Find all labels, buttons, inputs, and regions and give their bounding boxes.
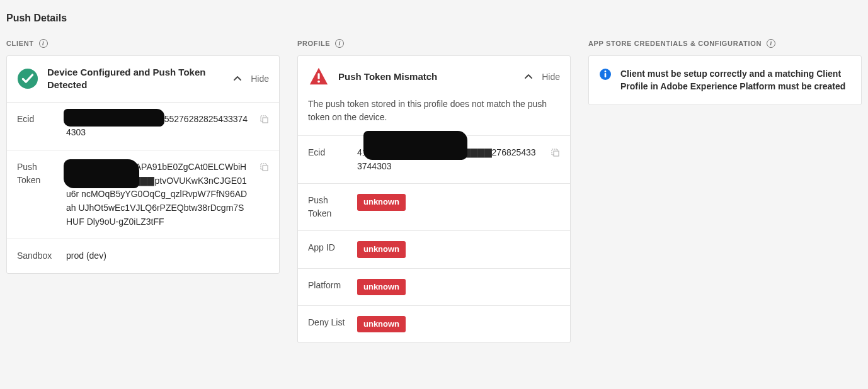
info-icon[interactable]: i	[767, 39, 775, 48]
svg-rect-2	[263, 118, 268, 123]
row-value: unknown	[357, 316, 560, 332]
client-ecid-value: 4142309421338374244455276282825433374430…	[66, 113, 249, 140]
client-sandbox-row: Sandbox prod (dev)	[7, 239, 279, 273]
copy-icon[interactable]	[259, 162, 269, 172]
row-value: unknown	[357, 194, 560, 210]
svg-point-10	[605, 70, 607, 72]
app-store-label: APP STORE CREDENTIALS & CONFIGURATION	[588, 40, 762, 47]
hide-button[interactable]: Hide	[542, 72, 560, 82]
row-label: Push Token	[17, 161, 56, 187]
warning-icon	[308, 66, 329, 87]
info-icon[interactable]: i	[335, 39, 344, 48]
profile-ecid-row: Ecid 41▇▇▇▇▇▇▇▇▇▇▇▇▇▇▇▇▇▇276825433374430…	[298, 135, 570, 183]
client-sandbox-value: prod (dev)	[66, 249, 269, 263]
client-column: CLIENT i Device Configured and Push Toke…	[6, 39, 280, 343]
info-icon[interactable]: i	[39, 39, 48, 48]
row-label: Platform	[308, 279, 347, 292]
client-ecid-row: Ecid 41423094213383742444552762828254333…	[7, 102, 279, 150]
copy-icon[interactable]	[550, 147, 560, 157]
client-push-token-row: Push Token dg▇▇▇KGUSPA:APA91bE0ZgCAt0ELC…	[7, 150, 279, 239]
copy-icon[interactable]	[259, 114, 269, 124]
unknown-badge: unknown	[357, 241, 406, 257]
profile-deny-list-row: Deny List unknown	[298, 305, 570, 342]
profile-label: PROFILE	[297, 40, 330, 47]
success-icon	[17, 68, 38, 89]
client-section-header: CLIENT i	[6, 39, 280, 48]
row-value: unknown	[357, 279, 560, 295]
client-push-token-value: dg▇▇▇KGUSPA:APA91bE0ZgCAt0ELCWbiHh o▇▇▇▇…	[66, 161, 249, 228]
profile-description: The push token stored in this profile do…	[298, 98, 570, 135]
page-title: Push Details	[6, 13, 862, 24]
row-label: Deny List	[308, 316, 347, 329]
profile-status-title: Push Token Mismatch	[338, 70, 515, 83]
app-store-section-header: APP STORE CREDENTIALS & CONFIGURATION i	[588, 39, 862, 48]
profile-platform-row: Platform unknown	[298, 268, 570, 305]
row-label: Ecid	[308, 146, 347, 159]
svg-rect-5	[317, 73, 319, 79]
svg-rect-4	[263, 166, 268, 171]
profile-card: Push Token Mismatch Hide The push token …	[297, 55, 571, 343]
svg-rect-11	[605, 73, 607, 77]
svg-point-6	[317, 81, 320, 83]
row-label: App ID	[308, 241, 347, 254]
row-label: Sandbox	[17, 249, 56, 262]
app-store-message: Client must be setup correctly and a mat…	[620, 67, 851, 93]
app-store-card: Client must be setup correctly and a mat…	[588, 55, 862, 105]
profile-card-header: Push Token Mismatch Hide	[298, 56, 570, 98]
row-label: Push Token	[308, 194, 347, 220]
app-store-column: APP STORE CREDENTIALS & CONFIGURATION i …	[588, 39, 862, 343]
svg-rect-8	[554, 151, 559, 156]
profile-push-token-row: Push Token unknown	[298, 183, 570, 230]
client-label: CLIENT	[6, 40, 34, 47]
unknown-badge: unknown	[357, 194, 406, 210]
hide-button[interactable]: Hide	[251, 74, 269, 84]
profile-column: PROFILE i Push Token Mismatch Hide The p…	[297, 39, 571, 343]
row-label: Ecid	[17, 113, 56, 126]
unknown-badge: unknown	[357, 279, 406, 295]
client-card: Device Configured and Push Token Detecte…	[6, 55, 280, 274]
profile-ecid-value: 41▇▇▇▇▇▇▇▇▇▇▇▇▇▇▇▇▇▇2768254333744303	[357, 146, 540, 173]
client-status-title: Device Configured and Push Token Detecte…	[47, 66, 224, 92]
profile-app-id-row: App ID unknown	[298, 230, 570, 268]
chevron-up-icon[interactable]	[233, 74, 242, 83]
client-card-header: Device Configured and Push Token Detecte…	[7, 56, 279, 102]
info-icon	[599, 68, 612, 81]
row-value: unknown	[357, 241, 560, 257]
chevron-up-icon[interactable]	[524, 72, 533, 81]
unknown-badge: unknown	[357, 316, 406, 332]
profile-section-header: PROFILE i	[297, 39, 571, 48]
